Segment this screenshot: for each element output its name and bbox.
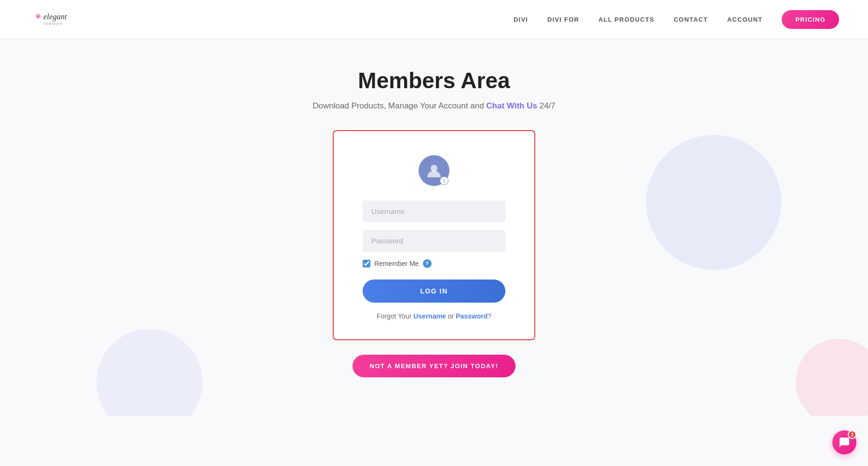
- nav-item-all-products[interactable]: ALL PRODUCTS: [598, 16, 654, 23]
- main-nav: DIVI DIVI FOR ALL PRODUCTS CONTACT ACCOU…: [514, 10, 839, 29]
- username-input[interactable]: [363, 200, 505, 222]
- password-input[interactable]: [363, 230, 505, 252]
- user-avatar-area: i: [363, 155, 505, 186]
- forgot-links-row: Forgot Your Username or Password?: [363, 312, 505, 320]
- forgot-or-text: or: [446, 312, 456, 320]
- page-title: Members Area: [358, 67, 510, 93]
- chat-widget[interactable]: 3: [832, 430, 856, 454]
- login-button[interactable]: LOG IN: [363, 280, 505, 303]
- nav-item-account[interactable]: ACCOUNT: [727, 16, 762, 23]
- nav-item-divi-for[interactable]: DIVI FOR: [547, 16, 579, 23]
- subtitle-text-pre: Download Products, Manage Your Account a…: [312, 101, 486, 110]
- background-blob-right: [646, 135, 781, 270]
- remember-help-icon[interactable]: ?: [423, 259, 432, 268]
- subtitle-text-post: 24/7: [537, 101, 556, 110]
- background-blob-bottom-left: [96, 329, 203, 416]
- password-group: [363, 230, 505, 252]
- page-subtitle: Download Products, Manage Your Account a…: [312, 101, 556, 111]
- username-group: [363, 200, 505, 222]
- site-header: elegant themes ✳ DIVI DIVI FOR ALL PRODU…: [0, 0, 868, 39]
- join-today-button[interactable]: NOT A MEMBER YET? JOIN TODAY!: [353, 355, 516, 377]
- avatar-badge: i: [440, 176, 448, 185]
- remember-me-checkbox[interactable]: [363, 260, 370, 267]
- chat-with-us-link[interactable]: Chat With Us: [486, 101, 537, 110]
- user-icon: [425, 162, 443, 179]
- pricing-button[interactable]: PRICING: [782, 10, 839, 29]
- svg-point-4: [431, 165, 437, 172]
- background-blob-bottom-right: [796, 339, 868, 416]
- nav-item-divi[interactable]: DIVI: [514, 16, 528, 23]
- login-card: i Remember Me ? LOG IN Forgot Your Usern…: [333, 130, 535, 340]
- logo[interactable]: elegant themes ✳: [29, 7, 87, 31]
- avatar: i: [419, 155, 449, 186]
- chat-icon: [839, 437, 850, 448]
- remember-me-label: Remember Me: [374, 260, 419, 267]
- chat-badge: 3: [848, 430, 856, 439]
- svg-text:themes: themes: [43, 22, 63, 26]
- svg-text:elegant: elegant: [43, 12, 67, 21]
- main-content: Members Area Download Products, Manage Y…: [0, 39, 868, 416]
- forgot-pre-text: Forgot Your: [377, 312, 413, 320]
- svg-text:✳: ✳: [35, 12, 41, 21]
- forgot-post-text: ?: [488, 312, 491, 320]
- remember-me-row: Remember Me ?: [363, 259, 505, 268]
- nav-item-contact[interactable]: CONTACT: [674, 16, 708, 23]
- forgot-password-link[interactable]: Password: [456, 312, 488, 320]
- forgot-username-link[interactable]: Username: [413, 312, 446, 320]
